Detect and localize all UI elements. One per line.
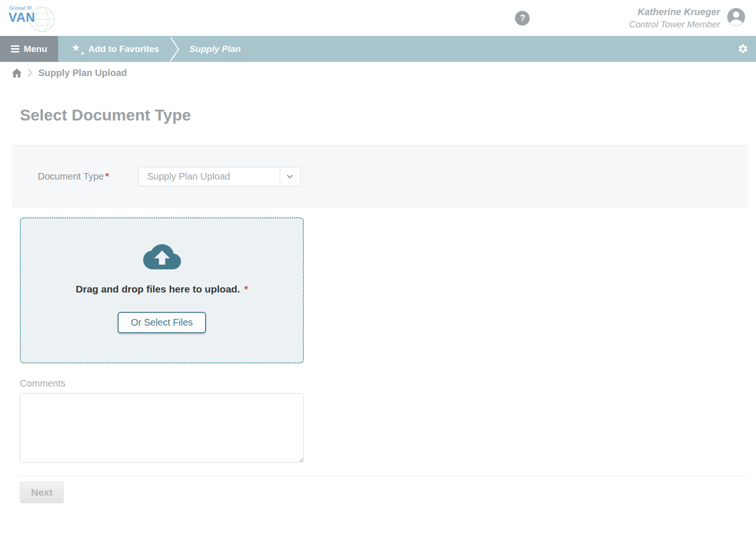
user-info: Katherine Krueger Control Tower Member [629, 6, 720, 31]
breadcrumb-current[interactable]: Supply Plan Upload [38, 68, 127, 78]
breadcrumb-chevron-icon [28, 69, 33, 77]
dropzone-required-mark: * [244, 284, 248, 294]
top-header: Global IP VAN ? Katherine Krueger Contro… [0, 0, 756, 36]
document-type-dropdown-button[interactable] [280, 167, 301, 186]
dropzone-message-text: Drag and drop files here to upload. [76, 284, 240, 294]
logo-name: VAN [9, 10, 35, 25]
select-files-button[interactable]: Or Select Files [118, 312, 206, 333]
hamburger-icon [11, 45, 19, 52]
menu-button[interactable]: Menu [0, 36, 58, 62]
document-type-panel: Document Type* Supply Plan Upload [12, 145, 747, 207]
add-to-favorites-label: Add to Favorites [88, 44, 159, 54]
footer-divider [20, 476, 747, 476]
help-icon[interactable]: ? [515, 11, 530, 26]
home-icon[interactable] [11, 68, 22, 78]
comments-label: Comments [20, 378, 756, 389]
nav-context-label: Supply Plan [189, 44, 241, 54]
user-name: Katherine Krueger [629, 6, 720, 18]
document-type-label-text: Document Type [38, 171, 104, 181]
document-type-selected-value[interactable]: Supply Plan Upload [138, 167, 280, 186]
cloud-upload-icon [143, 240, 181, 270]
dropzone-message: Drag and drop files here to upload. * [76, 284, 248, 295]
nav-context-supply-plan[interactable]: Supply Plan [182, 36, 249, 62]
comments-textarea[interactable] [20, 393, 304, 463]
star-plus-icon: ★+ [71, 43, 84, 55]
document-type-required-mark: * [105, 171, 109, 181]
gear-icon[interactable] [730, 36, 756, 62]
file-dropzone[interactable]: Drag and drop files here to upload. * Or… [20, 217, 304, 363]
help-glyph: ? [520, 13, 525, 23]
menu-label: Menu [24, 44, 47, 54]
app-logo[interactable]: Global IP VAN [9, 3, 60, 33]
user-role: Control Tower Member [629, 18, 720, 31]
add-to-favorites-button[interactable]: ★+ Add to Favorites [58, 36, 168, 62]
breadcrumb: Supply Plan Upload [0, 62, 756, 84]
page-title: Select Document Type [20, 106, 756, 124]
user-avatar-icon[interactable] [727, 8, 746, 28]
document-type-label: Document Type* [38, 171, 109, 182]
chevron-down-icon [287, 174, 293, 179]
nav-chevron-separator-icon [170, 36, 180, 62]
next-button[interactable]: Next [20, 482, 64, 503]
document-type-select[interactable]: Supply Plan Upload [138, 167, 301, 186]
nav-bar: Menu ★+ Add to Favorites Supply Plan [0, 36, 756, 62]
